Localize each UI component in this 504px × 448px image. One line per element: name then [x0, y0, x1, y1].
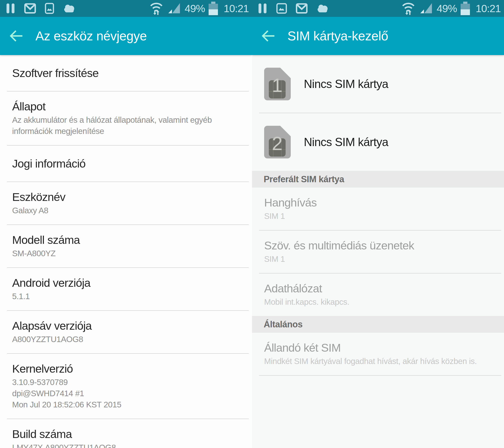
item-title: Alapsáv verziója	[12, 319, 243, 332]
about-device-list: Szoftver frissítése Állapot Az akkumulát…	[0, 55, 252, 448]
item-model-number[interactable]: Modell száma SM-A800YZ	[0, 225, 252, 268]
back-arrow-icon	[261, 30, 276, 42]
wifi-icon	[402, 2, 415, 15]
battery-icon	[461, 2, 470, 15]
gallery-icon	[45, 3, 54, 14]
item-value: A800YZZTU1AOG8	[12, 334, 243, 345]
sim-manager-header: SIM kártya-kezelő	[252, 17, 504, 55]
item-title: Android verziója	[12, 276, 243, 289]
item-voice-call: Hanghívás SIM 1	[252, 188, 504, 230]
item-value: LMY47X.A800YZZTU1AOG8	[12, 442, 243, 448]
battery-icon	[209, 2, 218, 15]
wifi-icon	[150, 2, 163, 15]
sim-status-text: Nincs SIM kártya	[304, 135, 388, 149]
notification-icons	[6, 3, 76, 14]
battery-percent: 49%	[185, 3, 205, 14]
item-title: Állandó két SIM	[264, 341, 495, 354]
item-value-line: dpi@SWHD7414 #1	[12, 388, 243, 399]
page-title: SIM kártya-kezelő	[288, 28, 388, 43]
notification-icons	[258, 3, 329, 14]
item-subtitle: Mindkét SIM kártyával fogadhat hívást, a…	[264, 356, 495, 367]
about-device-header: Az eszköz névjegye	[0, 17, 252, 55]
sim-card-2-icon: 2	[264, 126, 291, 159]
item-messages: Szöv. és multimédiás üzenetek SIM 1	[252, 231, 504, 273]
section-title: Általános	[264, 320, 303, 329]
status-bar: 49% 10:21	[0, 0, 252, 17]
sim-number: 1	[272, 76, 283, 95]
section-preferred-sim: Preferált SIM kártya	[252, 171, 504, 188]
sim-manager-screen: 49% 10:21 SIM kártya-kezelő	[252, 0, 504, 448]
dual-screenshot-canvas: 49% 10:21 Az eszköz névjegye Szoftver fr…	[0, 0, 504, 448]
item-title: Állapot	[12, 100, 243, 113]
item-value-line: Mon Jul 20 18:52:06 KST 2015	[12, 399, 243, 410]
sim-card-1-icon: 1	[264, 68, 291, 100]
status-indicators: 49% 10:21	[402, 2, 501, 15]
item-value: SIM 1	[264, 211, 495, 222]
page-title: Az eszköz névjegye	[36, 28, 147, 43]
item-subtitle: Az akkumulátor és a hálózat állapotának,…	[12, 114, 234, 137]
divider	[259, 375, 501, 376]
item-value-line: 3.10.9-5370789	[12, 376, 243, 388]
item-title: Build száma	[12, 428, 243, 441]
sim-manager-list: 1 Nincs SIM kártya 2 Nincs SIM kártya Pr…	[252, 55, 504, 376]
item-title: Adathálózat	[264, 282, 495, 295]
item-value: Galaxy A8	[12, 205, 243, 216]
item-device-name[interactable]: Eszköznév Galaxy A8	[0, 182, 252, 224]
item-data-network: Adathálózat Mobil int.kapcs. kikapcs.	[252, 273, 504, 316]
cloud-icon	[63, 3, 76, 13]
item-title: Eszköznév	[12, 190, 243, 203]
battery-percent: 49%	[437, 3, 457, 14]
clock: 10:21	[224, 3, 249, 14]
item-title: Szoftver frissítése	[12, 67, 243, 80]
back-button[interactable]	[261, 30, 278, 42]
section-general: Általános	[252, 316, 504, 333]
gallery-icon	[276, 3, 287, 14]
status-bar: 49% 10:21	[252, 0, 504, 17]
about-device-screen: 49% 10:21 Az eszköz névjegye Szoftver fr…	[0, 0, 252, 448]
item-kernel-version[interactable]: Kernelverzió 3.10.9-5370789 dpi@SWHD7414…	[0, 354, 252, 419]
item-baseband-version[interactable]: Alapsáv verziója A800YZZTU1AOG8	[0, 311, 252, 353]
signal-icon	[168, 3, 180, 14]
cloud-icon	[316, 3, 329, 13]
item-legal-info[interactable]: Jogi információ	[0, 146, 252, 181]
item-title: Modell száma	[12, 233, 243, 246]
pause-icon	[258, 3, 267, 14]
sim-chip: 2	[269, 138, 286, 157]
sim-slot-1[interactable]: 1 Nincs SIM kártya	[252, 55, 504, 113]
item-title: Jogi információ	[12, 157, 243, 170]
status-indicators: 49% 10:21	[150, 2, 249, 15]
pause-icon	[6, 3, 15, 14]
item-build-number[interactable]: Build száma LMY47X.A800YZZTU1AOG8	[0, 419, 252, 448]
item-title: Szöv. és multimédiás üzenetek	[264, 239, 495, 252]
item-value: SIM 1	[264, 253, 495, 265]
back-button[interactable]	[9, 30, 26, 42]
signal-icon	[420, 3, 432, 14]
item-value: Mobil int.kapcs. kikapcs.	[264, 296, 495, 307]
item-status[interactable]: Állapot Az akkumulátor és a hálózat álla…	[0, 91, 252, 145]
clock: 10:21	[476, 3, 501, 14]
item-value: 5.1.1	[12, 291, 243, 302]
item-title: Kernelverzió	[12, 362, 243, 375]
sim-chip: 1	[269, 80, 286, 98]
gmail-icon	[24, 3, 36, 14]
gmail-icon	[296, 3, 307, 14]
sim-slot-2[interactable]: 2 Nincs SIM kártya	[252, 113, 504, 171]
sim-status-text: Nincs SIM kártya	[304, 77, 388, 91]
sim-number: 2	[272, 134, 283, 153]
section-title: Preferált SIM kártya	[264, 174, 344, 184]
item-software-update[interactable]: Szoftver frissítése	[0, 55, 252, 91]
back-arrow-icon	[9, 30, 24, 42]
item-value: SM-A800YZ	[12, 248, 243, 259]
item-dual-sim-always-on: Állandó két SIM Mindkét SIM kártyával fo…	[252, 333, 504, 375]
item-android-version[interactable]: Android verziója 5.1.1	[0, 268, 252, 310]
item-title: Hanghívás	[264, 196, 495, 209]
